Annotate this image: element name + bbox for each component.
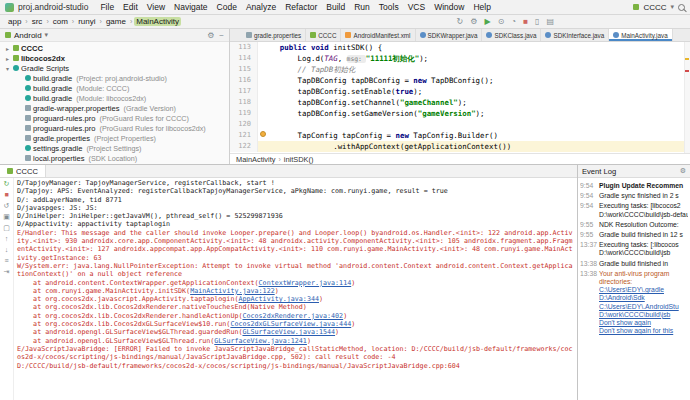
- tree-item[interactable]: build.gradle(Module: CCCC): [0, 83, 229, 93]
- console-output[interactable]: D/TapjoyManager: TapjoyManagerService, r…: [14, 178, 577, 400]
- down-stack-trace-icon[interactable]: ↓: [5, 246, 9, 254]
- tree-item[interactable]: gradle-wrapper.properties(Gradle Version…: [0, 103, 229, 113]
- rerun-icon[interactable]: ↻: [4, 180, 10, 188]
- error-mark-icon[interactable]: [685, 70, 689, 72]
- menu-code[interactable]: Code: [213, 2, 241, 12]
- tree-item[interactable]: ▸libcocos2dx: [0, 53, 229, 63]
- event-time: [580, 319, 599, 327]
- tree-arrow-icon[interactable]: ▾: [4, 65, 11, 72]
- device-manager-icon[interactable]: ▯: [535, 18, 539, 26]
- stack-trace-link[interactable]: MainActivity.java:122: [190, 287, 275, 295]
- tree-item[interactable]: proguard-rules.pro(ProGuard Rules for li…: [0, 123, 229, 133]
- menu-view[interactable]: View: [143, 2, 169, 12]
- breadcrumb-game[interactable]: game: [104, 17, 128, 26]
- stack-trace-link[interactable]: Cocos2dxGLSurfaceView.java:444: [230, 320, 351, 328]
- stop-icon[interactable]: ■: [523, 18, 528, 26]
- event-log-link[interactable]: D:\work\CCCC\build\jsb: [599, 311, 670, 319]
- run-icon[interactable]: ▶: [484, 18, 490, 26]
- search-icon[interactable]: [678, 4, 685, 11]
- menu-vcs[interactable]: VCS: [404, 2, 429, 12]
- avd-manager-icon[interactable]: ▤: [546, 18, 554, 26]
- event-time: [580, 278, 599, 286]
- run-config-selector[interactable]: CCCC: [643, 3, 666, 12]
- settings-icon[interactable]: ⚙: [680, 167, 686, 175]
- event-log-link[interactable]: C:\Users\EDY\.gradle: [599, 286, 664, 294]
- menu-analyze[interactable]: Analyze: [242, 2, 280, 12]
- event-log-link[interactable]: C:\Users\EDY\.AndroidStu: [599, 303, 679, 311]
- tree-item[interactable]: build.gradle(Project: proj.android-studi…: [0, 73, 229, 83]
- tree-arrow-icon[interactable]: ▸: [4, 45, 11, 52]
- breadcrumb-src[interactable]: src: [30, 17, 45, 26]
- event-text: Gradle build finished in: [599, 260, 668, 268]
- tab-cccc[interactable]: CCCC: [306, 29, 341, 41]
- breadcrumb-app[interactable]: app: [6, 17, 23, 26]
- debug-icon[interactable]: ⊙: [498, 18, 505, 26]
- log-text: ): [319, 295, 323, 303]
- scroll-to-end-icon[interactable]: ⇥: [4, 268, 10, 276]
- code-token: TapDBConfig tapDBConfig =: [262, 76, 413, 85]
- up-stack-trace-icon[interactable]: ↑: [5, 235, 9, 243]
- breadcrumb-runyi[interactable]: runyi: [76, 17, 97, 26]
- menu-navigate[interactable]: Navigate: [170, 2, 212, 12]
- tab-androidmanifest-xml[interactable]: AndroidManifest.xml: [341, 29, 415, 41]
- event-log-link[interactable]: Don't show again for this: [599, 327, 673, 335]
- menu-edit[interactable]: Edit: [119, 2, 142, 12]
- chevron-down-icon[interactable]: ▾: [670, 3, 674, 11]
- tree-arrow-icon[interactable]: ▸: [4, 55, 11, 62]
- restart-activity-icon[interactable]: ↺: [4, 202, 10, 210]
- code-line: 113 public void initSDK() {: [230, 42, 690, 53]
- breadcrumb-com[interactable]: com: [51, 17, 70, 26]
- stack-trace-link[interactable]: GLSurfaceView.java:1241: [214, 337, 307, 345]
- stack-trace-link[interactable]: AppActivity.java:344: [238, 295, 319, 303]
- capture-icon[interactable]: ▢: [3, 224, 10, 232]
- editor-breadcrumb-item[interactable]: initSDK(): [284, 155, 314, 164]
- breadcrumb-mainactivity[interactable]: MainActivity: [134, 17, 181, 26]
- tree-item[interactable]: ▸CCCC: [0, 43, 229, 53]
- layout-inspector-icon[interactable]: ▣: [3, 213, 10, 221]
- tree-item[interactable]: settings.gradle(Project Settings): [0, 143, 229, 153]
- gradle-file-icon: [25, 145, 31, 151]
- menu-tools[interactable]: Tools: [375, 2, 403, 12]
- chevron-down-icon[interactable]: ▾: [45, 31, 49, 39]
- code-token: TAG: [324, 54, 337, 63]
- stop-icon[interactable]: ■: [4, 191, 8, 199]
- menu-build[interactable]: Build: [322, 2, 349, 12]
- tree-item[interactable]: proguard-rules.pro(ProGuard Rules for CC…: [0, 113, 229, 123]
- event-log-link[interactable]: D:\Android\Sdk: [599, 294, 645, 302]
- tree-item[interactable]: build.gradle(Module: libcocos2dx): [0, 93, 229, 103]
- event-time: [580, 327, 599, 335]
- tab-sdkclass-java[interactable]: SDKClass.java: [482, 29, 541, 41]
- editor-breadcrumb-item[interactable]: MainActivity: [236, 155, 275, 164]
- event-log-link[interactable]: Don't show again: [599, 319, 651, 327]
- tab-sdkwrapper-java[interactable]: SDKWrapper.java: [416, 29, 483, 41]
- collapse-all-icon[interactable]: −: [219, 31, 224, 40]
- build-hammer-icon[interactable]: ⚙: [470, 18, 477, 26]
- menu-run[interactable]: Run: [350, 2, 374, 12]
- tab-gradle-properties[interactable]: gradle.properties: [242, 29, 306, 41]
- project-view-selector[interactable]: Android: [14, 31, 42, 40]
- tab-mainactivity-java[interactable]: MainActivity.java: [609, 29, 672, 41]
- run-tab[interactable]: CCCC: [0, 165, 46, 177]
- error-stripe[interactable]: [684, 42, 690, 153]
- tree-item[interactable]: gradle.properties(Project Properties): [0, 133, 229, 143]
- stack-trace-link[interactable]: Cocos2dxRenderer.java:402: [242, 312, 343, 320]
- menu-help[interactable]: Help: [469, 2, 494, 12]
- menu-window[interactable]: Window: [430, 2, 468, 12]
- soft-wrap-icon[interactable]: ≡: [4, 257, 8, 265]
- stack-trace-link[interactable]: ContextWrapper.java:114: [259, 279, 352, 287]
- tree-item[interactable]: ▾Gradle Scripts: [0, 63, 229, 73]
- sync-project-icon[interactable]: ↻: [457, 18, 464, 26]
- menu-refactor[interactable]: Refactor: [281, 2, 321, 12]
- code-line: 119 tapDBConfig.setGameVersion("gameVers…: [230, 108, 690, 119]
- warning-mark-icon[interactable]: [685, 58, 689, 60]
- editor[interactable]: 113 public void initSDK() {114 Log.d(TAG…: [230, 42, 690, 153]
- intention-bulb-icon[interactable]: [260, 131, 266, 137]
- tree-item[interactable]: local.properties(SDK Location): [0, 153, 229, 163]
- props-file-icon: [246, 32, 252, 38]
- stack-trace-link[interactable]: GLSurfaceView.java:1544: [242, 328, 335, 336]
- menu-file[interactable]: File: [96, 2, 118, 12]
- settings-icon[interactable]: ⚙: [207, 31, 214, 40]
- console-line: D/Tapjoy: APS: EventAnalyzed: registerCa…: [17, 187, 574, 195]
- profiler-icon[interactable]: ◔: [511, 18, 516, 26]
- tab-sdkinterface-java[interactable]: SDKInterface.java: [541, 29, 609, 41]
